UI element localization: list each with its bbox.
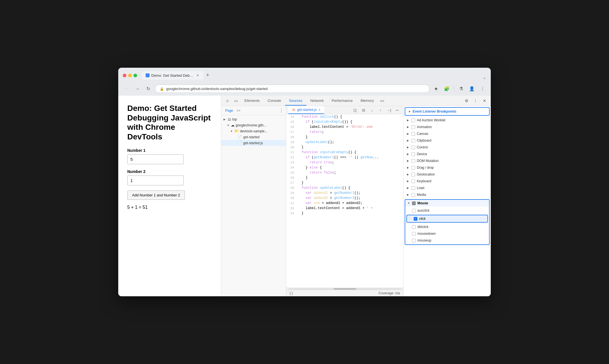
bp-item-device[interactable]: ▶ Device xyxy=(404,151,491,157)
new-tab-button[interactable]: + xyxy=(204,71,212,79)
mouse-section: ▼ − Mouse auxclick xyxy=(405,199,490,245)
mouse-header[interactable]: ▼ − Mouse xyxy=(405,200,489,207)
bp-checkbox-click[interactable]: ✓ xyxy=(414,217,417,221)
bp-item-media[interactable]: ▶ Media xyxy=(404,191,491,198)
bp-checkbox-dom[interactable] xyxy=(411,159,415,163)
tab-elements[interactable]: Elements xyxy=(240,96,264,106)
browser-tab-active[interactable]: Demo: Get Started Debuggin... ✕ xyxy=(142,71,204,80)
profile-icon[interactable]: 👤 xyxy=(468,85,476,93)
tab-list-chevron[interactable]: ⌄ xyxy=(483,75,486,80)
bp-checkbox-auxclick[interactable] xyxy=(412,209,416,212)
bp-arrow-clip: ▶ xyxy=(407,139,410,142)
bp-item-keyboard[interactable]: ▶ Keyboard xyxy=(404,178,491,185)
maximize-button[interactable] xyxy=(133,74,137,77)
code-tab-action-next[interactable]: →| xyxy=(385,106,393,114)
code-tab-action-prev[interactable]: ⤺ xyxy=(394,106,401,114)
bp-item-click[interactable]: ✓ click xyxy=(406,215,488,223)
extensions-icon[interactable]: 🧩 xyxy=(443,85,450,93)
devtools-more-icon[interactable]: ⋮ xyxy=(472,96,479,106)
devtools-close-icon[interactable]: ✕ xyxy=(481,96,488,106)
code-line-32: 32 label.textContent = addend1 + ' + xyxy=(286,206,403,211)
add-button[interactable]: Add Number 1 and Number 2 xyxy=(127,190,185,200)
code-tab-active[interactable]: JS get-started.js ✕ xyxy=(288,106,324,114)
bp-checkbox-geoloc[interactable] xyxy=(411,173,415,176)
devtools-inspect-icon[interactable]: ⊹ xyxy=(224,96,231,106)
bp-checkbox-device[interactable] xyxy=(411,152,415,156)
menu-icon[interactable]: ⋮ xyxy=(479,85,486,93)
bp-item-control[interactable]: ▶ Control xyxy=(404,144,491,151)
tree-item-domain[interactable]: ▼ ☁ googlechrome.gith... xyxy=(221,122,286,128)
toolbar-divider xyxy=(454,86,454,92)
code-line-33: 33 } xyxy=(286,211,403,216)
back-button[interactable]: ← xyxy=(123,85,131,93)
code-tab-action-up[interactable]: ↑ xyxy=(377,106,384,114)
tree-item-top[interactable]: ▶ 🗂 top xyxy=(221,116,286,122)
tree-item-get-started-js[interactable]: 📄 get-started.js xyxy=(221,140,286,146)
bp-checkbox-mousedown[interactable] xyxy=(412,232,416,236)
devtools-more-tabs[interactable]: >> xyxy=(378,97,387,105)
bp-label-ad: Ad Auction Worklet xyxy=(417,118,445,122)
bp-checkbox-drag[interactable] xyxy=(411,166,415,170)
bp-item-dblclick[interactable]: dblclick xyxy=(405,223,489,230)
bp-checkbox-media[interactable] xyxy=(411,193,415,197)
bp-item-clipboard[interactable]: ▶ Clipboard xyxy=(404,137,491,144)
file-tree-tab-page[interactable]: Page xyxy=(224,108,235,113)
bp-item-geoloc[interactable]: ▶ Geolocation xyxy=(404,171,491,178)
devtools-settings-icon[interactable]: ⚙ xyxy=(463,96,470,106)
tab-performance[interactable]: Performance xyxy=(328,96,356,106)
bp-item-canvas[interactable]: ▶ Canvas xyxy=(404,130,491,137)
bp-item-mousedown[interactable]: mousedown xyxy=(405,230,489,237)
mouse-checkbox[interactable]: − xyxy=(412,201,416,205)
tab-network[interactable]: Network xyxy=(306,96,328,106)
bp-arrow-kbd: ▶ xyxy=(407,180,410,183)
tree-arrow-domain: ▼ xyxy=(227,124,230,127)
bp-checkbox-ctrl[interactable] xyxy=(411,146,415,149)
number1-input[interactable] xyxy=(127,154,184,164)
code-tab-action-toggle[interactable]: ◫ xyxy=(351,106,359,114)
bp-label-clip: Clipboard xyxy=(417,139,431,142)
bp-item-drag[interactable]: ▶ Drag / drop xyxy=(404,164,491,171)
bp-checkbox-mouseup[interactable] xyxy=(412,239,416,242)
bp-checkbox-ad[interactable] xyxy=(411,119,415,122)
bp-item-ad-auction[interactable]: ▶ Ad Auction Worklet xyxy=(404,117,491,124)
close-button[interactable] xyxy=(123,74,126,77)
code-tab-action-split[interactable]: ⊟ xyxy=(360,106,367,114)
code-footer-left[interactable]: { } xyxy=(290,291,293,295)
minimize-button[interactable] xyxy=(128,74,132,77)
bp-item-load[interactable]: ▶ Load xyxy=(404,185,491,191)
performance-icon[interactable]: ⚗ xyxy=(457,85,465,93)
tab-close-button[interactable]: ✕ xyxy=(195,73,200,78)
tab-memory[interactable]: Memory xyxy=(357,96,378,106)
code-scrollbar[interactable] xyxy=(286,288,403,290)
address-bar: ← → ↻ 🔒 googlechrome.github.io/devtools-… xyxy=(118,82,491,96)
devtools-device-icon[interactable]: ▭ xyxy=(232,96,240,106)
tree-item-get-started[interactable]: 📄 get-started xyxy=(221,134,286,140)
code-line-15: 15 if (inputsAreEmpty()) { xyxy=(286,119,403,124)
reload-button[interactable]: ↻ xyxy=(144,85,152,93)
file-tree-menu[interactable]: ⋮ xyxy=(279,108,284,113)
devtools-tabs: Elements Console Sources Network Perform… xyxy=(240,96,462,106)
tab-console[interactable]: Console xyxy=(264,96,285,106)
file-tree-more[interactable]: >> xyxy=(236,109,240,113)
bp-item-mouseup[interactable]: mouseup xyxy=(405,237,489,244)
bookmark-icon[interactable]: ★ xyxy=(432,85,440,93)
code-tab-action-down[interactable]: ↓ xyxy=(368,106,376,114)
bp-checkbox-kbd[interactable] xyxy=(411,179,415,183)
code-line-31: 31 var sum = addend1 + addend2; xyxy=(286,201,403,206)
file-tree-header: Page >> ⋮ xyxy=(221,106,286,115)
bp-checkbox-dblclick[interactable] xyxy=(412,225,416,229)
bp-item-animation[interactable]: ▶ Animation xyxy=(404,124,491,130)
bp-checkbox-clip[interactable] xyxy=(411,139,415,142)
tab-sources[interactable]: Sources xyxy=(285,96,306,106)
number2-input[interactable] xyxy=(127,176,184,185)
code-tab-close[interactable]: ✕ xyxy=(318,108,321,111)
tree-item-folder[interactable]: ▼ 📁 devtools-sample... xyxy=(221,128,286,134)
bp-item-dom[interactable]: ▶ DOM Mutation xyxy=(404,157,491,164)
bp-checkbox-load[interactable] xyxy=(411,186,415,190)
bp-checkbox-anim[interactable] xyxy=(411,125,415,129)
bp-item-auxclick[interactable]: auxclick xyxy=(405,207,489,214)
url-bar[interactable]: 🔒 googlechrome.github.io/devtools-sample… xyxy=(155,85,430,93)
page-content: Demo: Get Started Debugging JavaScript w… xyxy=(118,96,221,296)
forward-button[interactable]: → xyxy=(133,85,141,93)
bp-checkbox-canvas[interactable] xyxy=(411,132,415,136)
